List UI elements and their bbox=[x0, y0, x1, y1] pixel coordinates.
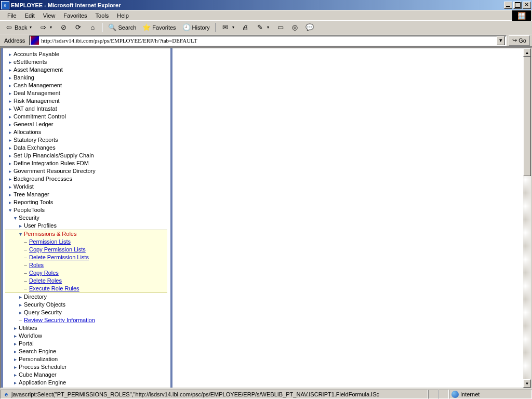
scroll-thumb[interactable] bbox=[523, 57, 531, 176]
edit-button[interactable]: ✎▾ bbox=[254, 22, 273, 33]
expand-icon[interactable] bbox=[7, 138, 12, 143]
expand-icon[interactable] bbox=[12, 373, 18, 378]
nav-link[interactable]: Delete Roles bbox=[29, 277, 62, 285]
expand-icon[interactable] bbox=[7, 60, 12, 65]
expand-icon[interactable] bbox=[12, 380, 18, 385]
nav-item-application-engine[interactable]: Application Engine bbox=[5, 379, 170, 387]
nav-item-peopletools[interactable]: PeopleTools bbox=[5, 206, 170, 214]
go-button[interactable]: ↪Go bbox=[509, 35, 530, 46]
nav-item-esettlements[interactable]: eSettlements bbox=[5, 58, 170, 66]
nav-item-personalization[interactable]: Personalization bbox=[5, 355, 170, 363]
nav-item-cube-manager[interactable]: Cube Manager bbox=[5, 371, 170, 379]
expand-icon[interactable] bbox=[18, 302, 23, 308]
close-button[interactable] bbox=[523, 2, 531, 9]
nav-item-general-ledger[interactable]: General Ledger bbox=[5, 121, 170, 128]
dropdown-icon[interactable]: ▾ bbox=[266, 25, 270, 30]
refresh-button[interactable]: ⟳ bbox=[71, 22, 85, 33]
nav-item-commitment-control[interactable]: Commitment Control bbox=[5, 113, 170, 121]
nav-link[interactable]: Permission Lists bbox=[29, 238, 71, 246]
expand-icon[interactable] bbox=[7, 68, 12, 73]
menu-file[interactable]: File bbox=[3, 11, 21, 20]
nav-item-query-security[interactable]: Query Security bbox=[5, 309, 170, 316]
expand-icon[interactable] bbox=[7, 184, 12, 190]
mail-button[interactable]: ✉▾ bbox=[219, 22, 238, 33]
nav-item-accounts-payable[interactable]: Accounts Payable bbox=[5, 50, 170, 58]
expand-icon[interactable] bbox=[18, 295, 23, 300]
minimize-button[interactable] bbox=[504, 2, 512, 9]
expand-icon[interactable] bbox=[7, 75, 12, 81]
nav-item-execute-role-rules[interactable]: Execute Role Rules bbox=[5, 285, 167, 292]
nav-item-directory[interactable]: Directory bbox=[5, 293, 170, 301]
expand-icon[interactable] bbox=[7, 114, 12, 119]
expand-icon[interactable] bbox=[12, 357, 18, 362]
stop-button[interactable]: ⊘ bbox=[57, 22, 70, 33]
nav-item-copy-permission-lists[interactable]: Copy Permission Lists bbox=[5, 246, 167, 254]
nav-item-security-objects[interactable]: Security Objects bbox=[5, 301, 170, 309]
address-input[interactable] bbox=[41, 36, 497, 45]
print-button[interactable]: 🖨 bbox=[239, 22, 252, 33]
search-button[interactable]: 🔍Search bbox=[105, 22, 139, 33]
nav-item-worklist[interactable]: Worklist bbox=[5, 183, 170, 191]
nav-item-review-security-information[interactable]: Review Security Information bbox=[5, 316, 170, 324]
scroll-down-button[interactable]: ▼ bbox=[523, 379, 531, 388]
expand-icon[interactable] bbox=[7, 99, 12, 104]
nav-item-roles[interactable]: Roles bbox=[5, 261, 167, 269]
menu-help[interactable]: Help bbox=[113, 11, 133, 20]
nav-item-government-resource-directory[interactable]: Government Resource Directory bbox=[5, 167, 170, 175]
forward-button[interactable]: ⇨▾ bbox=[36, 22, 56, 33]
favorites-button[interactable]: ⭐Favorites bbox=[140, 22, 178, 33]
expand-icon[interactable] bbox=[12, 334, 18, 339]
maximize-button[interactable] bbox=[513, 2, 522, 9]
dropdown-icon[interactable]: ▾ bbox=[231, 25, 235, 30]
expand-icon[interactable] bbox=[7, 91, 12, 96]
nav-item-user-profiles[interactable]: User Profiles bbox=[5, 222, 170, 230]
expand-icon[interactable] bbox=[7, 161, 12, 166]
scroll-up-button[interactable]: ▲ bbox=[523, 48, 531, 57]
nav-item-background-processes[interactable]: Background Processes bbox=[5, 175, 170, 183]
nav-item-workflow[interactable]: Workflow bbox=[5, 332, 170, 340]
home-button[interactable]: ⌂ bbox=[86, 22, 99, 33]
nav-item-search-engine[interactable]: Search Engine bbox=[5, 348, 170, 355]
nav-link[interactable]: Review Security Information bbox=[24, 316, 95, 324]
expand-icon[interactable] bbox=[12, 326, 18, 331]
collapse-icon[interactable] bbox=[7, 208, 12, 213]
menu-edit[interactable]: Edit bbox=[21, 11, 39, 20]
expand-icon[interactable] bbox=[7, 177, 12, 182]
nav-link[interactable]: Execute Role Rules bbox=[29, 285, 79, 292]
menu-tools[interactable]: Tools bbox=[91, 11, 113, 20]
expand-icon[interactable] bbox=[7, 192, 12, 197]
expand-icon[interactable] bbox=[7, 200, 12, 205]
expand-icon[interactable] bbox=[7, 122, 12, 127]
nav-link[interactable]: Delete Permission Lists bbox=[29, 254, 89, 261]
expand-icon[interactable] bbox=[7, 107, 12, 112]
dropdown-icon[interactable]: ▾ bbox=[49, 25, 53, 30]
menu-view[interactable]: View bbox=[39, 11, 60, 20]
discuss-button[interactable]: ▭ bbox=[274, 22, 287, 33]
expand-icon[interactable] bbox=[7, 169, 12, 174]
nav-item-delete-permission-lists[interactable]: Delete Permission Lists bbox=[5, 254, 167, 261]
nav-link[interactable]: Roles bbox=[29, 261, 44, 269]
nav-item-portal[interactable]: Portal bbox=[5, 340, 170, 348]
nav-item-permission-lists[interactable]: Permission Lists bbox=[5, 238, 167, 246]
nav-item-permissions-roles[interactable]: Permissions & Roles bbox=[5, 230, 167, 238]
dropdown-icon[interactable]: ▾ bbox=[29, 25, 33, 30]
nav-item-risk-management[interactable]: Risk Management bbox=[5, 97, 170, 105]
nav-link[interactable]: Copy Permission Lists bbox=[29, 246, 86, 254]
back-button[interactable]: ⇦Back▾ bbox=[2, 22, 35, 33]
menu-favorites[interactable]: Favorites bbox=[59, 11, 91, 20]
nav-link[interactable]: Copy Roles bbox=[29, 269, 59, 277]
nav-item-asset-management[interactable]: Asset Management bbox=[5, 66, 170, 74]
nav-item-utilities[interactable]: Utilities bbox=[5, 324, 170, 332]
vertical-scrollbar[interactable]: ▲ ▼ bbox=[523, 48, 531, 388]
nav-item-delete-roles[interactable]: Delete Roles bbox=[5, 277, 167, 285]
nav-item-vat-and-intrastat[interactable]: VAT and Intrastat bbox=[5, 105, 170, 113]
expand-icon[interactable] bbox=[7, 153, 12, 158]
nav-item-banking[interactable]: Banking bbox=[5, 74, 170, 82]
nav-item-set-up-financials-supply-chain[interactable]: Set Up Financials/Supply Chain bbox=[5, 152, 170, 159]
expand-icon[interactable] bbox=[7, 83, 12, 88]
nav-item-cash-management[interactable]: Cash Management bbox=[5, 82, 170, 89]
nav-item-process-scheduler[interactable]: Process Scheduler bbox=[5, 363, 170, 371]
nav-item-tree-manager[interactable]: Tree Manager bbox=[5, 191, 170, 198]
expand-icon[interactable] bbox=[7, 145, 12, 151]
collapse-icon[interactable] bbox=[18, 232, 23, 237]
